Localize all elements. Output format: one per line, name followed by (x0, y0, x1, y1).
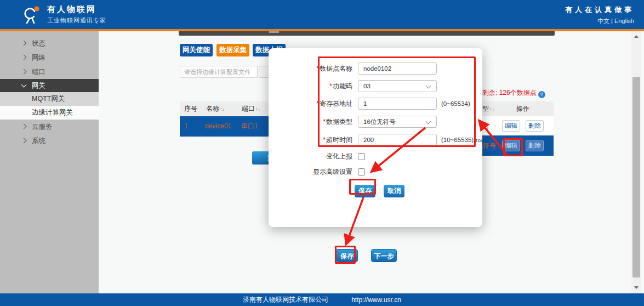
clipped-section-header (179, 31, 555, 36)
vertical-scrollbar[interactable] (631, 31, 641, 293)
chevron-right-icon (21, 41, 27, 46)
top-header: 有人物联网 工业物联网通讯专家 有人在认真做事 中文 | English (0, 0, 644, 29)
sidebar-item-label: 状态 (32, 39, 45, 47)
chevron-right-icon (21, 55, 27, 60)
page: 有人物联网 工业物联网通讯专家 有人在认真做事 中文 | English 状态 … (0, 0, 644, 306)
edit-button[interactable]: 编辑 (502, 140, 520, 151)
sidebar-item-network[interactable]: 网络 (0, 50, 99, 65)
device-table-header: 序号 名称↑↓ 端口↑↓ (180, 101, 269, 116)
header-accent-line (0, 29, 644, 31)
datapoint-type: 16位无符号 (482, 122, 489, 131)
brand[interactable]: 有人物联网 工业物联网通讯专家 (23, 4, 106, 25)
sidebar-item-gateway[interactable]: 网关 (0, 79, 99, 92)
header-slogan: 有人在认真做事 (565, 5, 634, 15)
chevron-down-icon (21, 82, 27, 88)
sort-icon[interactable]: ↑↓ (489, 106, 494, 112)
datapoint-name-input[interactable] (358, 63, 437, 75)
change-report-checkbox[interactable] (358, 153, 365, 160)
data-type-select[interactable] (358, 116, 437, 128)
datapoint-row[interactable]: 16位无符号 编辑 删除 (482, 116, 554, 135)
dialog-cancel-button[interactable]: 取消 (384, 185, 404, 197)
device-name: device01 (205, 116, 231, 137)
sidebar-item-label: 云服务 (32, 123, 53, 131)
timeout-input[interactable] (358, 134, 437, 146)
field-hint: (0~65534) (441, 98, 470, 110)
next-step-button[interactable]: 下一步 (371, 249, 397, 262)
sidebar-item-edge-gateway[interactable]: 边缘计算网关 (0, 106, 99, 120)
sidebar: 状态 网络 端口 网关 MQTT网关 边缘计算网关 云服务 系统 (0, 31, 99, 293)
edge-config-file-input[interactable] (180, 66, 258, 78)
chevron-right-icon (21, 69, 27, 75)
register-address-input[interactable] (358, 98, 437, 110)
page-footer: 济南有人物联网技术有限公司 http://www.usr.cn (0, 293, 644, 306)
delete-button[interactable]: 删除 (526, 120, 544, 132)
checkbox-label: 显示高级设置 (276, 168, 352, 176)
datapoint-table-header: 类型↑↓ 操作 (482, 101, 554, 116)
column-header-action: 操作 (516, 101, 529, 116)
chevron-right-icon (21, 138, 27, 144)
sort-icon[interactable]: ↑↓ (220, 106, 225, 112)
clipped-section-title (269, 31, 279, 33)
field-label: *数据类型 (276, 116, 352, 128)
sidebar-item-label: 端口 (32, 68, 45, 76)
dialog-save-button[interactable]: 保存 (355, 185, 375, 197)
field-label: *超时时间 (276, 134, 352, 146)
sidebar-item-label: 网关 (32, 82, 45, 89)
tab-gateway-enable[interactable]: 网关使能 (180, 44, 213, 56)
sidebar-item-label: 系统 (32, 137, 45, 145)
device-port: 串口1 (241, 116, 258, 137)
column-header-index[interactable]: 序号 (184, 101, 197, 116)
sidebar-item-mqtt-gateway[interactable]: MQTT网关 (0, 92, 99, 106)
column-header-port[interactable]: 端口↑↓ (242, 101, 260, 117)
language-switch[interactable]: 中文 | English (565, 17, 634, 25)
sidebar-item-system[interactable]: 系统 (0, 134, 99, 148)
scroll-up-icon[interactable] (634, 35, 639, 38)
page-save-button[interactable]: 保存 (336, 249, 358, 262)
scrollbar-thumb[interactable] (632, 77, 640, 277)
function-code-select[interactable] (358, 80, 437, 92)
delete-button[interactable]: 删除 (526, 140, 544, 151)
datapoint-edit-dialog: *数据点名称 *功能码 *寄存器地址 (0~65534) *数据类型 *超时时间… (269, 48, 482, 227)
advanced-settings-checkbox[interactable] (358, 168, 365, 175)
field-label: *功能码 (276, 80, 352, 92)
device-index: 1 (184, 116, 188, 137)
field-label: *数据点名称 (276, 63, 352, 75)
remaining-datapoints: 剩余: 126个数据点? (482, 88, 545, 98)
footer-url[interactable]: http://www.usr.cn (351, 296, 401, 304)
sidebar-subitem-label: 边缘计算网关 (32, 109, 73, 116)
tab-data-collection[interactable]: 数据采集 (216, 44, 249, 56)
edit-button[interactable]: 编辑 (502, 120, 520, 132)
sidebar-item-status[interactable]: 状态 (0, 36, 99, 50)
field-label: *寄存器地址 (276, 98, 352, 110)
usr-logo-icon (23, 5, 42, 25)
datapoint-row-selected[interactable]: 16位无符号 编辑 删除 (482, 135, 554, 156)
brand-name: 有人物联网 (47, 4, 106, 15)
datapoint-type: 16位无符号 (482, 141, 496, 151)
sidebar-item-label: 网络 (32, 54, 45, 61)
field-hint: (10~65535)ms (441, 134, 482, 146)
sidebar-subitem-label: MQTT网关 (32, 95, 65, 103)
footer-company: 济南有人物联网技术有限公司 (243, 295, 328, 304)
checkbox-label: 变化上报 (276, 152, 352, 161)
sort-icon[interactable]: ↑↓ (255, 106, 260, 112)
column-header-name[interactable]: 名称↑↓ (206, 101, 225, 117)
brand-tagline: 工业物联网通讯专家 (47, 16, 106, 25)
chevron-right-icon (21, 124, 27, 129)
sidebar-item-cloud[interactable]: 云服务 (0, 120, 99, 134)
device-table-row[interactable]: 1 device01 串口1 (180, 116, 269, 137)
help-icon[interactable]: ? (538, 91, 545, 98)
scroll-down-icon[interactable] (634, 286, 639, 289)
sidebar-item-port[interactable]: 端口 (0, 65, 99, 79)
